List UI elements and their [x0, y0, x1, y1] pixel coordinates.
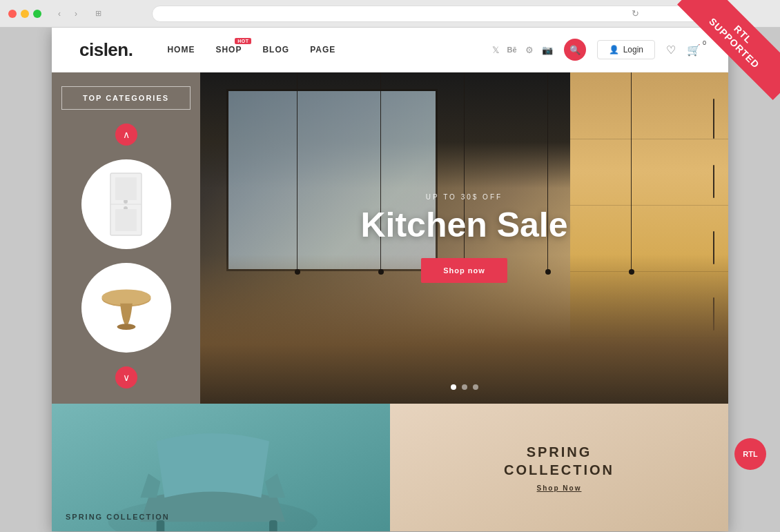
- nav-buttons: ‹ ›: [52, 7, 83, 21]
- search-button[interactable]: 🔍: [564, 39, 586, 61]
- slider-dot-2[interactable]: [462, 384, 467, 390]
- handle-4: [713, 297, 714, 331]
- hero-title: Kitchen Sale: [360, 206, 567, 244]
- cabinet-product-image: [99, 170, 154, 239]
- user-icon: 👤: [609, 45, 619, 55]
- nav-home[interactable]: HOME: [167, 45, 195, 55]
- browser-outer: ‹ › ⊞ ↻ RTLSUPPORTED cislen. HOME SHOP H…: [0, 0, 780, 532]
- categories-up-button[interactable]: ∧: [115, 124, 137, 146]
- back-button[interactable]: ‹: [52, 7, 66, 21]
- minimize-button[interactable]: [21, 10, 29, 18]
- svg-point-7: [101, 289, 150, 305]
- browser-chrome: ‹ › ⊞ ↻: [0, 0, 780, 28]
- category-item-cabinet[interactable]: [81, 159, 171, 249]
- banner-spring-left[interactable]: SPRING COLLECTION: [52, 404, 390, 531]
- bottom-banners: SPRING COLLECTION SPRINGCOLLECTION: [52, 404, 728, 531]
- view-button[interactable]: ⊞: [91, 7, 105, 21]
- rtl-ribbon-text: RTLSUPPORTED: [677, 0, 780, 100]
- table-svg: [99, 282, 154, 334]
- categories-title[interactable]: TOP CATEGORIES: [61, 86, 191, 110]
- settings-icon[interactable]: ⚙: [525, 45, 534, 55]
- cabinet-svg: [107, 172, 145, 237]
- logo[interactable]: cislen.: [79, 39, 133, 61]
- hot-badge: HOT: [235, 38, 251, 44]
- hero-subtitle: UP TO 30$ OFF: [360, 193, 567, 201]
- banner-right-text: SPRINGCOLLECTION Shop Now: [504, 443, 614, 492]
- social-icons: 𝕏 Bē ⚙ 📷: [492, 45, 553, 55]
- banner-left-content: SPRING COLLECTION: [52, 502, 390, 531]
- categories-sidebar: TOP CATEGORIES ∧: [52, 72, 200, 404]
- svg-rect-4: [115, 177, 137, 200]
- instagram-icon[interactable]: 📷: [542, 45, 553, 55]
- nav-page[interactable]: PAGE: [310, 45, 335, 55]
- pendant-5: [631, 72, 632, 271]
- categories-down-button[interactable]: ∨: [115, 366, 137, 388]
- behance-icon[interactable]: Bē: [507, 46, 517, 54]
- forward-button[interactable]: ›: [69, 7, 83, 21]
- spring-shop-now-link[interactable]: Shop Now: [504, 484, 614, 492]
- banner-spring-right[interactable]: SPRINGCOLLECTION Shop Now: [390, 404, 728, 531]
- twitter-icon[interactable]: 𝕏: [492, 45, 499, 55]
- spring-collection-title: SPRINGCOLLECTION: [504, 443, 614, 479]
- slider-dot-3[interactable]: [473, 384, 478, 390]
- maximize-button[interactable]: [33, 10, 41, 18]
- slider-dots: [451, 384, 478, 390]
- nav-shop[interactable]: SHOP HOT: [215, 45, 242, 55]
- main-nav: HOME SHOP HOT BLOG PAGE: [167, 45, 335, 55]
- banner-left-title: SPRING COLLECTION: [66, 513, 376, 521]
- login-button[interactable]: 👤 Login: [597, 40, 655, 59]
- close-button[interactable]: [8, 10, 17, 18]
- website-window: RTLSUPPORTED cislen. HOME SHOP HOT BLOG …: [52, 28, 728, 531]
- pendant-1: [297, 72, 298, 271]
- traffic-lights: [8, 10, 41, 18]
- panel-line-4: [570, 337, 729, 338]
- search-icon: 🔍: [569, 45, 581, 55]
- table-product-image: [99, 273, 154, 342]
- header: cislen. HOME SHOP HOT BLOG PAGE 𝕏 Bē ⚙ 📷: [52, 28, 728, 72]
- svg-point-8: [117, 324, 135, 330]
- url-bar[interactable]: [152, 6, 730, 22]
- rtl-float-button[interactable]: RTL: [734, 438, 766, 470]
- rtl-corner-ribbon: RTLSUPPORTED: [670, 0, 780, 110]
- svg-rect-5: [115, 209, 137, 231]
- hero-text-overlay: UP TO 30$ OFF Kitchen Sale Shop now: [360, 193, 567, 283]
- nav-blog[interactable]: BLOG: [262, 45, 289, 55]
- category-item-table[interactable]: [81, 263, 171, 353]
- panel-line-3: [570, 271, 729, 272]
- hero-cta-button[interactable]: Shop now: [421, 258, 507, 283]
- hero-slider[interactable]: UP TO 30$ OFF Kitchen Sale Shop now: [200, 72, 728, 404]
- slider-dot-1[interactable]: [451, 384, 456, 390]
- main-content: TOP CATEGORIES ∧: [52, 72, 728, 404]
- refresh-button[interactable]: ↻: [628, 7, 642, 21]
